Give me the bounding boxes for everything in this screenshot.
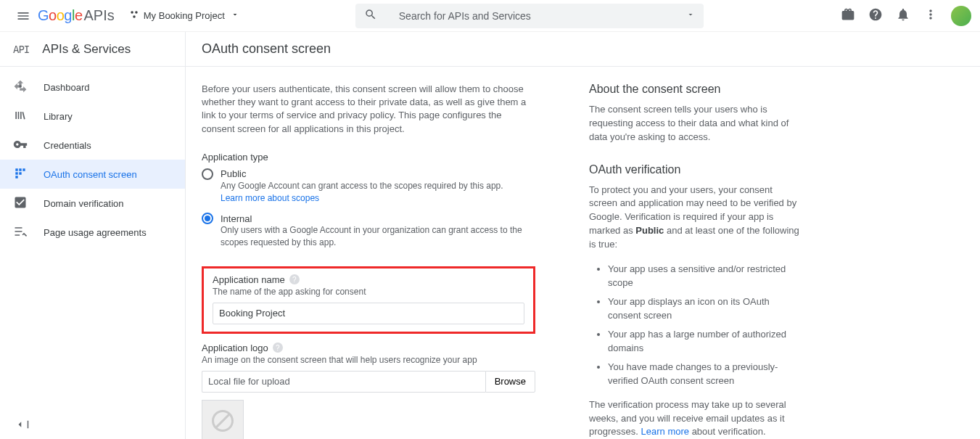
app-name-label: Application name: [213, 274, 285, 285]
logo-apis-text: APIs: [84, 7, 115, 24]
avatar[interactable]: [951, 6, 971, 26]
project-icon: [129, 9, 139, 22]
sidebar-item-label: Dashboard: [44, 82, 90, 93]
page-title: OAuth consent screen: [186, 32, 980, 67]
google-apis-logo[interactable]: Google APIs: [38, 7, 115, 24]
sidebar-title: APIs & Services: [42, 42, 131, 57]
collapse-sidebar-icon[interactable]: [13, 418, 32, 433]
verif-text: To protect you and your users, your cons…: [589, 184, 799, 252]
app-name-input[interactable]: [213, 303, 524, 324]
api-badge: API: [13, 44, 29, 55]
about-text: The consent screen tells your users who …: [589, 103, 799, 144]
learn-more-scopes-link[interactable]: Learn more about scopes: [221, 193, 319, 203]
search-box[interactable]: Search for APIs and Services: [355, 4, 704, 28]
app-logo-label: Application logo: [202, 342, 268, 353]
svg-point-3: [19, 85, 21, 87]
notifications-icon[interactable]: [896, 7, 910, 24]
library-icon: [13, 108, 28, 125]
about-title: About the consent screen: [589, 83, 799, 96]
intro-text: Before your users authenticate, this con…: [202, 83, 535, 136]
svg-point-0: [131, 11, 133, 14]
sidebar-item-label: Page usage agreements: [44, 227, 147, 238]
radio-public-desc: Any Google Account can grant access to t…: [221, 180, 535, 192]
logo-preview: [202, 400, 244, 439]
app-name-highlight: Application name ? The name of the app a…: [202, 266, 535, 334]
project-selector[interactable]: My Booking Project: [129, 9, 239, 22]
list-item: Your app has a large number of authorize…: [608, 327, 799, 356]
radio-internal-desc: Only users with a Google Account in your…: [221, 224, 535, 249]
sidebar-item-dashboard[interactable]: Dashboard: [0, 73, 185, 102]
search-icon: [364, 8, 377, 23]
sidebar-item-credentials[interactable]: Credentials: [0, 131, 185, 160]
logo-path-input[interactable]: Local file for upload: [202, 371, 485, 393]
more-vert-icon[interactable]: [923, 7, 938, 24]
app-logo-help: An image on the consent screen that will…: [202, 355, 535, 365]
sidebar-header[interactable]: API APIs & Services: [0, 32, 185, 67]
radio-icon: [202, 168, 213, 180]
gift-icon[interactable]: [841, 7, 855, 24]
browse-button[interactable]: Browse: [485, 371, 535, 393]
help-icon[interactable]: ?: [289, 274, 300, 284]
svg-point-2: [133, 15, 136, 18]
sidebar-item-label: Domain verification: [44, 198, 124, 209]
sidebar: API APIs & Services Dashboard Library Cr…: [0, 32, 186, 439]
key-icon: [13, 137, 28, 154]
chevron-down-icon[interactable]: [686, 10, 695, 21]
main-content: OAuth consent screen Before your users a…: [186, 32, 980, 439]
chevron-down-icon: [231, 10, 239, 21]
app-name-help: The name of the app asking for consent: [213, 287, 524, 297]
sidebar-item-library[interactable]: Library: [0, 102, 185, 131]
list-item: Your app displays an icon on its OAuth c…: [608, 295, 799, 323]
sidebar-item-label: OAuth consent screen: [44, 169, 137, 180]
sidebar-item-label: Credentials: [44, 140, 91, 151]
verified-icon: [13, 195, 28, 212]
dashboard-icon: [13, 79, 28, 96]
sidebar-item-oauth-consent[interactable]: OAuth consent screen: [0, 160, 185, 189]
topbar: Google APIs My Booking Project Search fo…: [0, 0, 980, 32]
radio-public-label: Public: [221, 168, 246, 179]
learn-more-link[interactable]: Learn more: [641, 426, 689, 437]
radio-public[interactable]: Public: [202, 168, 535, 180]
project-name: My Booking Project: [144, 10, 225, 21]
help-icon[interactable]: [868, 7, 883, 24]
list-item: You have made changes to a previously-ve…: [608, 360, 799, 388]
radio-icon: [202, 213, 213, 224]
menu-icon[interactable]: [9, 9, 38, 23]
radio-internal[interactable]: Internal: [202, 213, 535, 224]
sidebar-item-page-usage[interactable]: Page usage agreements: [0, 218, 185, 247]
sidebar-item-label: Library: [44, 111, 73, 122]
help-icon[interactable]: ?: [273, 342, 283, 353]
radio-internal-label: Internal: [221, 213, 252, 224]
search-placeholder: Search for APIs and Services: [399, 10, 686, 22]
svg-point-1: [135, 11, 138, 14]
verif-title: OAuth verification: [589, 163, 799, 176]
verif-bullets: Your app uses a sensitive and/or restric…: [589, 262, 799, 388]
app-type-label: Application type: [202, 152, 535, 163]
consent-icon: [13, 166, 28, 183]
sidebar-item-domain-verification[interactable]: Domain verification: [0, 189, 185, 218]
verif-process-text: The verification process may take up to …: [589, 398, 799, 439]
list-icon: [13, 224, 28, 241]
list-item: Your app uses a sensitive and/or restric…: [608, 262, 799, 290]
